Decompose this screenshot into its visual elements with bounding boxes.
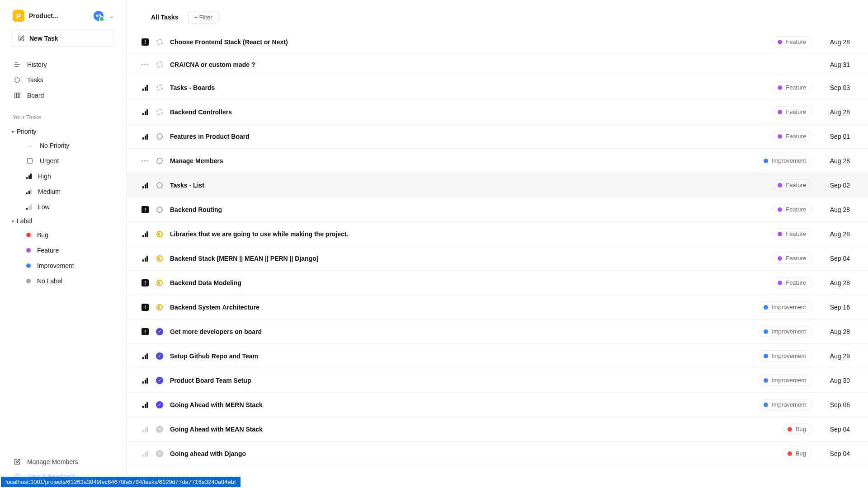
nav-item-board[interactable]: Board (0, 88, 126, 103)
status-cell[interactable]: ✓ (156, 352, 164, 360)
status-cell[interactable] (156, 231, 164, 237)
filter-label: High (38, 173, 51, 180)
task-row[interactable]: ✓ Product Board Team Setup Improvement A… (127, 368, 868, 393)
label-chip[interactable]: Feature (773, 36, 812, 47)
status-cell[interactable] (156, 304, 164, 310)
label-chip[interactable]: Improvement (759, 155, 812, 166)
nav-item-tasks[interactable]: Tasks (0, 72, 126, 88)
priority-bars-icon (142, 133, 148, 140)
label-chip[interactable]: Feature (773, 179, 812, 191)
status-cell[interactable]: ✓ (156, 377, 164, 384)
label-chip[interactable]: Improvement (759, 326, 812, 337)
filter-priority-urgent[interactable]: Urgent (0, 153, 126, 169)
task-row[interactable]: ! Choose Frontend Stack (React or Next) … (127, 30, 868, 54)
task-date: Aug 28 (818, 157, 850, 164)
status-cell[interactable] (156, 61, 164, 68)
status-cell[interactable] (156, 84, 164, 91)
task-title: Backend Stack [MERN || MEAN || PERN || D… (170, 255, 766, 262)
priority-cell[interactable]: ··· (141, 61, 149, 69)
new-task-button[interactable]: New Task (11, 30, 115, 47)
label-chip[interactable]: Feature (773, 106, 812, 117)
status-cell[interactable] (156, 158, 164, 164)
priority-cell[interactable]: ! (141, 304, 149, 311)
status-cell[interactable]: ✓ (156, 401, 164, 408)
priority-cell[interactable] (141, 377, 149, 384)
filter-priority-high[interactable]: High (0, 169, 126, 184)
priority-cell[interactable] (141, 255, 149, 262)
task-row[interactable]: ✓ Setup Github Repo and Team Improvement… (127, 344, 868, 368)
task-row[interactable]: Libraries that we are going to use while… (127, 222, 868, 246)
label-chip[interactable]: Feature (773, 228, 812, 239)
filter-label-improvement[interactable]: Improvement (0, 258, 126, 273)
filter-label-feature[interactable]: Feature (0, 243, 126, 258)
filter-label-bug[interactable]: Bug (0, 227, 126, 243)
label-chip[interactable]: Improvement (759, 350, 812, 361)
status-cell[interactable] (156, 133, 164, 140)
status-cell[interactable] (156, 280, 164, 286)
status-cell[interactable] (156, 39, 164, 45)
label-chip[interactable]: Improvement (759, 399, 812, 410)
group-priority-header[interactable]: ▾ Priority (0, 125, 126, 138)
priority-cell[interactable]: ··· (141, 157, 149, 165)
task-row[interactable]: Tasks - Boards Feature Sep 03 (127, 75, 868, 100)
label-chip[interactable]: Feature (773, 277, 812, 288)
task-row[interactable]: ! ✓ Get more developers on board Improve… (127, 319, 868, 344)
priority-cell[interactable]: ! (141, 38, 149, 46)
task-row[interactable]: Tasks - List Feature Sep 02 (127, 173, 868, 197)
status-cell[interactable] (156, 182, 164, 188)
task-row[interactable]: ··· Manage Members Improvement Aug 28 (127, 149, 868, 173)
chevron-down-icon[interactable]: ⌄ (108, 12, 115, 19)
label-chip[interactable]: Feature (773, 131, 812, 142)
priority-cell[interactable] (141, 426, 149, 432)
task-row[interactable]: Features in Product Board Feature Sep 01 (127, 124, 868, 149)
priority-cell[interactable]: ! (141, 328, 149, 335)
nav-item-history[interactable]: History (0, 57, 126, 72)
tab-all-tasks[interactable]: All Tasks (149, 10, 180, 24)
task-row[interactable]: ✕ Going ahead with Django Bug Sep 04 (127, 441, 868, 466)
footer-manage-members[interactable]: Manage Members (0, 455, 126, 469)
label-chip[interactable]: Feature (773, 82, 812, 93)
task-title: Going Ahead with MERN Stack (170, 401, 752, 408)
project-name[interactable]: Product... (29, 12, 89, 19)
label-chip[interactable]: Bug (783, 448, 812, 459)
task-row[interactable]: ✓ Going Ahead with MERN Stack Improvemen… (127, 393, 868, 417)
add-filter-button[interactable]: + Filter (188, 11, 218, 24)
avatar[interactable]: VR (94, 11, 104, 21)
task-row[interactable]: Backend Stack [MERN || MEAN || PERN || D… (127, 246, 868, 271)
label-chip[interactable]: Feature (773, 253, 812, 264)
priority-cell[interactable] (141, 450, 149, 457)
status-cell[interactable] (156, 255, 164, 262)
task-row[interactable]: ✕ Going Ahead with MEAN Stack Bug Sep 04 (127, 417, 868, 441)
label-chip[interactable]: Improvement (759, 301, 812, 313)
status-cell[interactable]: ✓ (156, 328, 164, 335)
priority-cell[interactable]: ! (141, 206, 149, 213)
priority-cell[interactable] (141, 353, 149, 359)
filter-label: Urgent (40, 157, 59, 164)
label-chip[interactable]: Bug (783, 423, 812, 435)
status-cell[interactable] (156, 206, 164, 213)
status-cell[interactable] (156, 109, 164, 115)
label-chip[interactable]: Feature (773, 204, 812, 215)
priority-cell[interactable] (141, 133, 149, 140)
task-row[interactable]: Backend Controllers Feature Aug 28 (127, 100, 868, 124)
task-row[interactable]: ! Backend System Architecture Improvemen… (127, 295, 868, 319)
priority-cell[interactable] (141, 182, 149, 188)
filter-label-nolabel[interactable]: No Label (0, 273, 126, 289)
label-chip[interactable]: Improvement (759, 375, 812, 386)
main-header: All Tasks + Filter (127, 0, 868, 30)
task-row[interactable]: ··· CRA/CNA or custom made ? Aug 31 (127, 54, 868, 75)
status-cell[interactable]: ✕ (156, 426, 164, 433)
priority-cell[interactable] (141, 231, 149, 237)
task-row[interactable]: ! Backend Routing Feature Aug 28 (127, 197, 868, 222)
filter-priority-none[interactable]: ··· No Priority (0, 138, 126, 153)
label-text: Feature (786, 84, 806, 91)
task-row[interactable]: ! Backend Data Modeling Feature Aug 28 (127, 271, 868, 295)
priority-cell[interactable] (141, 402, 149, 408)
group-label-header[interactable]: ▾ Label (0, 215, 126, 227)
filter-priority-medium[interactable]: Medium (0, 184, 126, 199)
status-cell[interactable]: ✕ (156, 450, 164, 457)
priority-cell[interactable]: ! (141, 279, 149, 286)
filter-priority-low[interactable]: Low (0, 199, 126, 215)
priority-cell[interactable] (141, 84, 149, 91)
priority-cell[interactable] (141, 109, 149, 115)
